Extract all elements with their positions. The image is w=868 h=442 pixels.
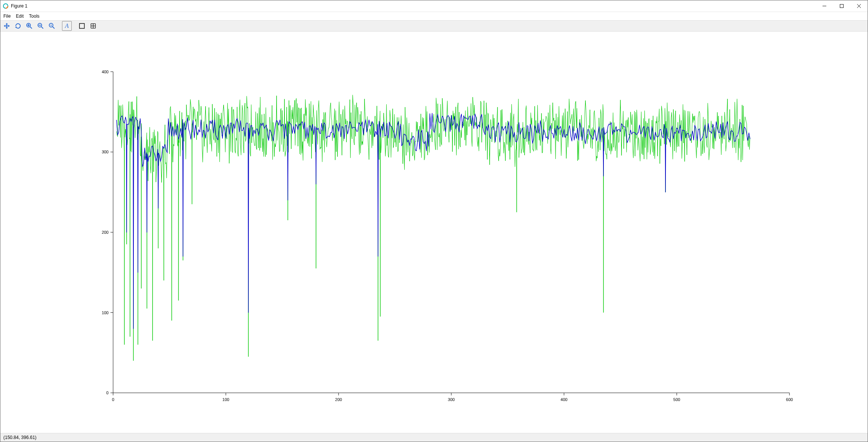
titlebar: Figure 1 (0, 0, 868, 12)
svg-text:300: 300 (448, 397, 455, 402)
svg-text:400: 400 (102, 70, 109, 74)
svg-text:100: 100 (102, 310, 109, 315)
svg-rect-11 (5, 26, 8, 26)
minimize-button[interactable] (816, 0, 833, 12)
svg-rect-3 (840, 5, 844, 8)
cursor-coords: (150.84, 396.61) (3, 435, 36, 440)
toggle-axes-icon[interactable] (77, 21, 87, 31)
svg-rect-23 (80, 24, 85, 29)
svg-marker-7 (6, 27, 8, 29)
svg-text:500: 500 (673, 397, 680, 402)
svg-line-18 (41, 27, 43, 29)
figure-window: Figure 1 File Edit Tools (0, 0, 868, 442)
svg-marker-9 (8, 25, 10, 27)
statusbar: (150.84, 396.61) (0, 433, 868, 442)
zoom-out-icon[interactable] (36, 21, 45, 31)
text-insert-icon[interactable]: A (62, 21, 72, 31)
menubar: File Edit Tools (0, 12, 868, 20)
window-title: Figure 1 (11, 3, 27, 9)
svg-marker-8 (4, 25, 5, 27)
window-controls (816, 0, 868, 12)
svg-text:200: 200 (335, 397, 342, 402)
rotate-icon[interactable] (13, 21, 23, 31)
svg-text:300: 300 (102, 150, 109, 154)
titlebar-left: Figure 1 (0, 3, 27, 9)
svg-text:400: 400 (561, 397, 567, 402)
svg-text:600: 600 (786, 397, 793, 402)
menu-edit[interactable]: Edit (16, 14, 24, 19)
menu-file[interactable]: File (3, 14, 11, 19)
svg-point-22 (51, 25, 52, 26)
pan-icon[interactable] (2, 21, 12, 31)
plot-area[interactable]: 01002003004005006000100200300400 (0, 32, 868, 433)
svg-text:0: 0 (112, 397, 114, 402)
svg-text:200: 200 (102, 230, 109, 235)
plot-canvas: 01002003004005006000100200300400 (0, 32, 868, 433)
svg-text:100: 100 (222, 397, 229, 402)
svg-marker-6 (6, 23, 8, 24)
menu-tools[interactable]: Tools (29, 14, 39, 19)
toolbar: A (0, 20, 868, 32)
maximize-button[interactable] (833, 0, 850, 12)
octave-app-icon (3, 3, 9, 9)
svg-text:0: 0 (106, 391, 109, 395)
autoscale-icon[interactable] (47, 21, 57, 31)
svg-marker-12 (15, 26, 17, 28)
svg-line-21 (53, 27, 54, 29)
close-button[interactable] (850, 0, 868, 12)
toggle-grid-icon[interactable] (88, 21, 98, 31)
svg-line-14 (30, 27, 32, 29)
zoom-in-icon[interactable] (24, 21, 34, 31)
